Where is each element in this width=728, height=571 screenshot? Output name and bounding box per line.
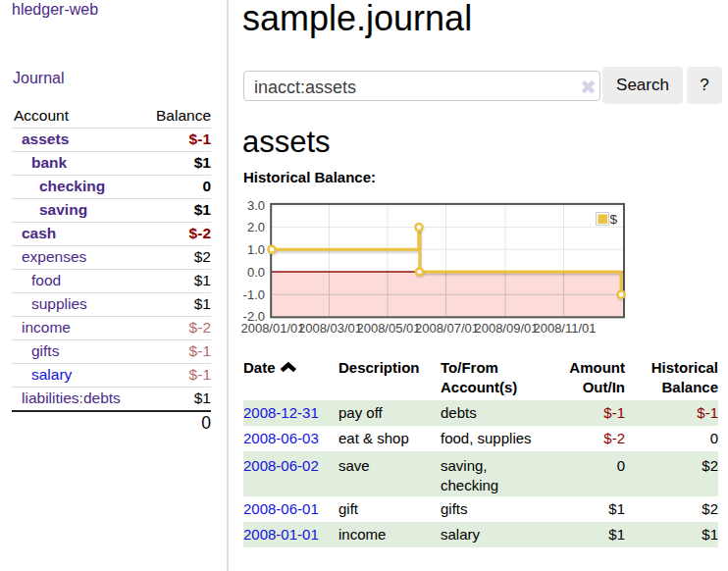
svg-text:2.0: 2.0 [247, 220, 265, 234]
svg-text:0.0: 0.0 [247, 265, 265, 280]
svg-text:3.0: 3.0 [247, 198, 265, 213]
svg-text:2008/09/01: 2008/09/01 [474, 321, 538, 336]
svg-text:2008/07/01: 2008/07/01 [415, 321, 479, 336]
svg-text:2008/03/01: 2008/03/01 [298, 321, 362, 336]
svg-text:2008/11/01: 2008/11/01 [533, 321, 596, 336]
svg-text:2008/05/01: 2008/05/01 [356, 321, 420, 336]
svg-text:$: $ [610, 212, 618, 227]
svg-text:-1.0: -1.0 [243, 287, 265, 302]
svg-text:1.0: 1.0 [247, 242, 265, 257]
svg-text:2008/01/01: 2008/01/01 [240, 321, 304, 336]
